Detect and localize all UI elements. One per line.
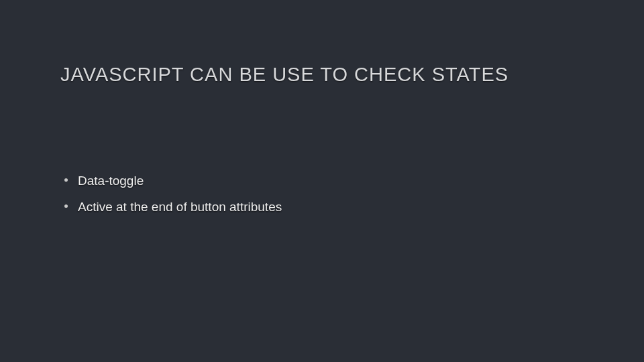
- slide: JAVASCRIPT CAN BE USE TO CHECK STATES Da…: [0, 0, 644, 362]
- slide-body: Data-toggle Active at the end of button …: [60, 171, 604, 224]
- list-item: Data-toggle: [60, 171, 604, 190]
- bullet-text: Active at the end of button attributes: [78, 200, 282, 214]
- bullet-list: Data-toggle Active at the end of button …: [60, 171, 604, 217]
- bullet-text: Data-toggle: [78, 174, 144, 188]
- list-item: Active at the end of button attributes: [60, 197, 604, 217]
- slide-title: JAVASCRIPT CAN BE USE TO CHECK STATES: [60, 64, 604, 86]
